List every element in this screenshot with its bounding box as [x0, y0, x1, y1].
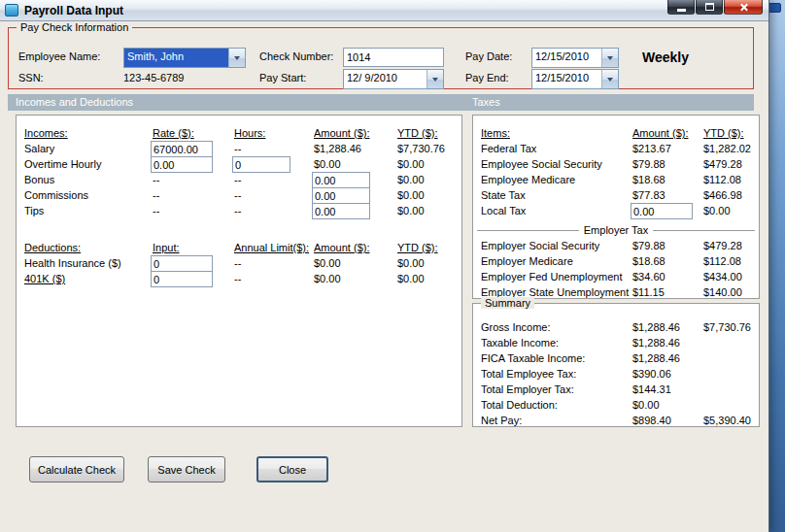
- row-ytd: $434.00: [703, 271, 742, 283]
- row-ytd: $0.00: [397, 174, 425, 185]
- employee-name-select[interactable]: Smith, John: [123, 48, 246, 68]
- row-label: Salary: [24, 143, 54, 154]
- row-label: Total Employer Tax:: [481, 383, 574, 395]
- desktop-background: Payroll Data Input Pay Check Information…: [0, 0, 785, 532]
- salary-rate-input[interactable]: [151, 141, 213, 157]
- check-number-label: Check Number:: [259, 50, 333, 62]
- commissions-amount-input[interactable]: [312, 187, 370, 204]
- 401k-input[interactable]: [151, 271, 213, 287]
- pay-date-label: Pay Date:: [465, 50, 512, 62]
- row-label: Employer Social Security: [481, 240, 599, 251]
- pay-start-picker[interactable]: 12/ 9/2010: [343, 69, 444, 89]
- save-check-button[interactable]: Save Check: [148, 456, 225, 482]
- divider-line: [653, 230, 755, 231]
- row-label: Employee Social Security: [481, 158, 602, 170]
- deductions-col-header: Deductions:: [24, 242, 81, 253]
- pay-end-picker[interactable]: 12/15/2010: [531, 69, 619, 89]
- minimize-button[interactable]: [667, 0, 695, 15]
- health-insurance-row: Health Insurance ($) -- $0.00 $0.00: [17, 255, 461, 271]
- app-icon: [5, 4, 18, 17]
- fica-taxable-income-row: FICA Taxable Income: $1,288.46: [473, 350, 759, 366]
- annual-limit-col-header: Annual Limit($):: [234, 242, 309, 253]
- total-deduction-row: Total Deduction: $0.00: [473, 397, 759, 413]
- row-hours: --: [234, 205, 241, 216]
- row-amount: $0.00: [314, 158, 341, 170]
- pay-end-dropdown-button[interactable]: [601, 70, 618, 88]
- state-tax-row: State Tax $77.83 $466.98: [473, 187, 759, 203]
- row-amount: $1,288.46: [632, 337, 680, 349]
- row-hours: --: [234, 143, 241, 154]
- row-label: Employer Fed Unemployment: [481, 271, 623, 283]
- taxes-section-header: Taxes: [472, 96, 500, 108]
- pay-end-value: 12/15/2010: [532, 70, 601, 88]
- health-insurance-input[interactable]: [151, 255, 213, 272]
- row-label: Gross Income:: [481, 321, 551, 333]
- check-number-input[interactable]: [343, 48, 444, 67]
- desktop-icon: [768, 3, 781, 13]
- overtime-hours-input[interactable]: [232, 156, 290, 173]
- local-tax-input[interactable]: [631, 203, 693, 219]
- divider-line: [477, 230, 579, 231]
- employer-fed-unemployment-row: Employer Fed Unemployment $34.60 $434.00: [473, 269, 759, 284]
- maximize-icon: [705, 3, 714, 11]
- incomes-header-row: Incomes: Rate ($): Hours: Amount ($): YT…: [17, 125, 461, 141]
- amount-col-header: Amount ($):: [314, 242, 369, 253]
- incomes-col-header: Incomes:: [24, 127, 68, 139]
- ytd-col-header: YTD ($):: [397, 242, 438, 253]
- ssn-value: 123-45-6789: [123, 72, 184, 83]
- row-amount: $213.67: [632, 143, 671, 154]
- close-window-button[interactable]: [724, 0, 763, 15]
- maximize-button[interactable]: [696, 0, 723, 15]
- tips-row: Tips -- -- $0.00: [17, 203, 461, 218]
- pay-start-dropdown-button[interactable]: [427, 70, 443, 88]
- tips-amount-input[interactable]: [312, 203, 370, 219]
- row-label: Employer Medicare: [481, 255, 573, 267]
- incomes-section-header: Incomes and Deductions: [16, 96, 133, 108]
- row-label: Tips: [24, 205, 44, 216]
- row-ytd: $479.28: [703, 240, 742, 251]
- deductions-header-row: Deductions: Input: Annual Limit($): Amou…: [17, 240, 461, 255]
- titlebar[interactable]: Payroll Data Input: [0, 0, 768, 21]
- pay-start-label: Pay Start:: [259, 72, 306, 83]
- chevron-down-icon: [234, 56, 240, 60]
- row-ytd: $0.00: [397, 273, 425, 284]
- row-label: Total Employee Tax:: [481, 368, 576, 380]
- row-label: Bonus: [24, 174, 54, 185]
- chevron-down-icon: [607, 56, 613, 60]
- row-ytd: $5,390.40: [703, 415, 751, 426]
- summary-group-label: Summary: [481, 297, 534, 309]
- row-label: Health Insurance ($): [24, 257, 121, 269]
- total-employee-tax-row: Total Employee Tax: $390.06: [473, 366, 759, 382]
- row-amount: $18.68: [632, 255, 666, 267]
- pay-date-dropdown-button[interactable]: [601, 49, 618, 67]
- 401k-link-label[interactable]: 401K ($): [24, 273, 65, 284]
- row-amount: $34.60: [632, 271, 666, 283]
- row-ytd: $1,282.02: [703, 143, 751, 154]
- hours-col-header: Hours:: [234, 127, 265, 139]
- employee-name-dropdown-button[interactable]: [228, 49, 245, 67]
- chevron-down-icon: [607, 78, 613, 82]
- close-button[interactable]: Close: [256, 456, 328, 482]
- commissions-row: Commissions -- -- $0.00: [17, 187, 461, 203]
- bonus-amount-input[interactable]: [312, 172, 370, 188]
- overtime-rate-input[interactable]: [151, 156, 213, 173]
- row-rate: --: [153, 189, 159, 201]
- taxes-header-row: Items: Amount ($): YTD ($):: [473, 125, 759, 141]
- row-amount: $1,288.46: [314, 143, 361, 154]
- window-title: Payroll Data Input: [24, 4, 123, 17]
- minimize-icon: [677, 9, 686, 12]
- client-area: Pay Check Information Employee Name: Smi…: [0, 21, 769, 532]
- row-label: FICA Taxable Income:: [481, 352, 585, 364]
- row-label: Total Deduction:: [481, 399, 558, 411]
- row-amount: $144.31: [632, 383, 671, 395]
- pay-date-picker[interactable]: 12/15/2010: [531, 48, 619, 68]
- pay-frequency-label: Weekly: [642, 50, 689, 65]
- row-amount: $0.00: [314, 257, 341, 269]
- row-ytd: $0.00: [703, 205, 731, 216]
- row-ytd: $0.00: [397, 257, 425, 269]
- row-amount: $898.40: [632, 415, 671, 426]
- calculate-check-button[interactable]: Calculate Check: [29, 456, 124, 482]
- taxes-panel: Items: Amount ($): YTD ($): Federal Tax …: [472, 115, 760, 299]
- employer-tax-label: Employer Tax: [584, 224, 648, 236]
- row-ytd: $112.08: [703, 255, 741, 267]
